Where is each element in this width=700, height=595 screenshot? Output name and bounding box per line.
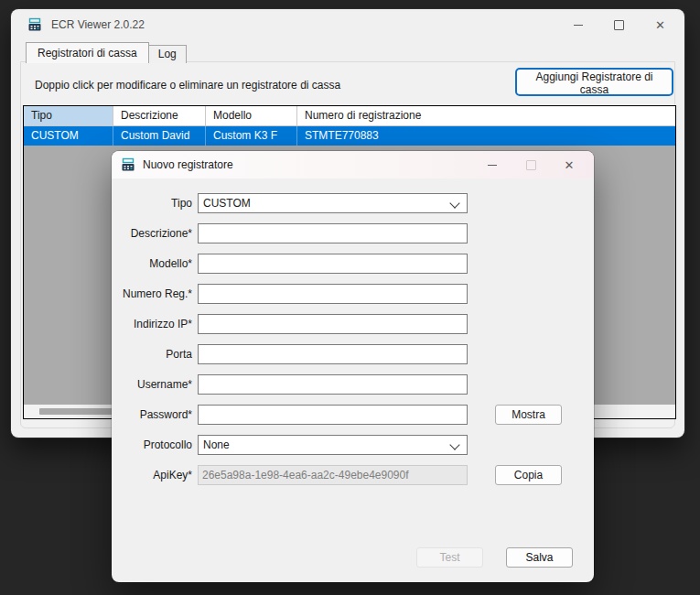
field-label-porta: Porta	[112, 344, 192, 364]
indirizzo-ip-input[interactable]	[198, 314, 468, 334]
tab-log[interactable]: Log	[148, 45, 187, 63]
field-label-password: Password*	[112, 405, 192, 425]
column-header-descrizione[interactable]: Descrizione	[113, 106, 206, 125]
field-label-descrizione: Descrizione*	[112, 223, 192, 243]
column-header-numero-di-registrazione[interactable]: Numero di registrazione	[297, 106, 675, 125]
tab-strip: Registratori di cassa Log	[26, 42, 187, 63]
chevron-down-icon	[449, 198, 459, 208]
form-row: Username*	[112, 374, 594, 395]
field-label-apikey: ApiKey*	[112, 465, 192, 485]
tipo-selected-value: CUSTOM	[203, 197, 251, 210]
dialog-title: Nuovo registratore	[143, 158, 233, 171]
tipo-select[interactable]: CUSTOM	[198, 193, 468, 213]
scrollbar-thumb[interactable]	[39, 408, 115, 415]
table-cell: Custom K3 F	[206, 126, 297, 146]
table-cell: STMTE770883	[297, 126, 675, 146]
dialog-app-icon	[121, 157, 135, 172]
field-label-username: Username*	[112, 374, 192, 395]
dialog-window-controls: ✕	[473, 151, 588, 178]
username-input[interactable]	[198, 374, 468, 395]
close-icon: ✕	[565, 159, 575, 171]
dialog-close-button[interactable]: ✕	[550, 151, 588, 178]
salva-button[interactable]: Salva	[506, 547, 573, 568]
form-row: Password* Mostra	[112, 405, 594, 425]
app-icon	[27, 17, 42, 32]
password-input[interactable]	[198, 405, 468, 425]
field-label-indirizzo-ip: Indirizzo IP*	[112, 314, 192, 334]
table-header: TipoDescrizioneModelloNumero di registra…	[24, 106, 675, 126]
column-header-tipo[interactable]: Tipo	[24, 106, 113, 125]
mostra-button[interactable]: Mostra	[495, 405, 562, 425]
dialog-minimize-button[interactable]	[473, 151, 512, 178]
copia-button[interactable]: Copia	[495, 465, 562, 485]
form-row: Protocollo None	[112, 435, 594, 455]
maximize-icon	[614, 20, 624, 30]
form-row: Modello*	[112, 254, 594, 274]
maximize-icon	[526, 160, 536, 170]
table-cell: CUSTOM	[24, 126, 113, 146]
field-label-modello: Modello*	[112, 254, 192, 274]
chevron-down-icon	[449, 439, 459, 449]
main-titlebar: ECR Viewer 2.0.22 ✕	[11, 9, 684, 40]
close-icon: ✕	[655, 19, 665, 31]
descrizione-input[interactable]	[198, 223, 468, 243]
form-row: ApiKey* Copia	[112, 465, 594, 485]
add-register-button[interactable]: Aggiungi Registratore di cassa	[515, 68, 673, 96]
field-label-protocollo: Protocollo	[112, 435, 192, 455]
form-row: Descrizione*	[112, 223, 594, 243]
protocollo-selected-value: None	[203, 438, 230, 451]
form-row: Porta	[112, 344, 594, 364]
minimize-icon	[488, 165, 497, 166]
column-header-modello[interactable]: Modello	[206, 106, 297, 125]
protocollo-select[interactable]: None	[198, 435, 468, 455]
test-button[interactable]: Test	[416, 547, 483, 568]
table-row[interactable]: CUSTOMCustom DavidCustom K3 FSTMTE770883	[24, 126, 675, 146]
numero-reg-input[interactable]	[198, 284, 468, 304]
main-window-title: ECR Viewer 2.0.22	[51, 18, 145, 31]
dialog-maximize-button[interactable]	[512, 151, 550, 178]
close-button[interactable]: ✕	[640, 9, 681, 40]
new-register-dialog: Nuovo registratore ✕ Tipo CUSTOM Descriz…	[112, 151, 594, 582]
tab-registratori-di-cassa[interactable]: Registratori di cassa	[26, 42, 149, 63]
hint-text: Doppio click per modificare o eliminare …	[35, 79, 340, 92]
minimize-button[interactable]	[557, 9, 598, 40]
porta-input[interactable]	[198, 344, 468, 364]
table-cell: Custom David	[113, 126, 206, 146]
form-row: Indirizzo IP*	[112, 314, 594, 334]
field-label-tipo: Tipo	[112, 193, 192, 213]
apikey-input[interactable]	[198, 465, 468, 485]
form-row: Tipo CUSTOM	[112, 193, 594, 213]
form-row: Numero Reg.*	[112, 284, 594, 304]
field-label-numero-reg: Numero Reg.*	[112, 284, 192, 304]
dialog-titlebar: Nuovo registratore ✕	[112, 151, 594, 178]
minimize-icon	[574, 25, 583, 26]
table-body: CUSTOMCustom DavidCustom K3 FSTMTE770883	[24, 126, 675, 146]
maximize-button[interactable]	[598, 9, 640, 40]
modello-input[interactable]	[198, 254, 468, 274]
main-window-controls: ✕	[557, 9, 681, 40]
